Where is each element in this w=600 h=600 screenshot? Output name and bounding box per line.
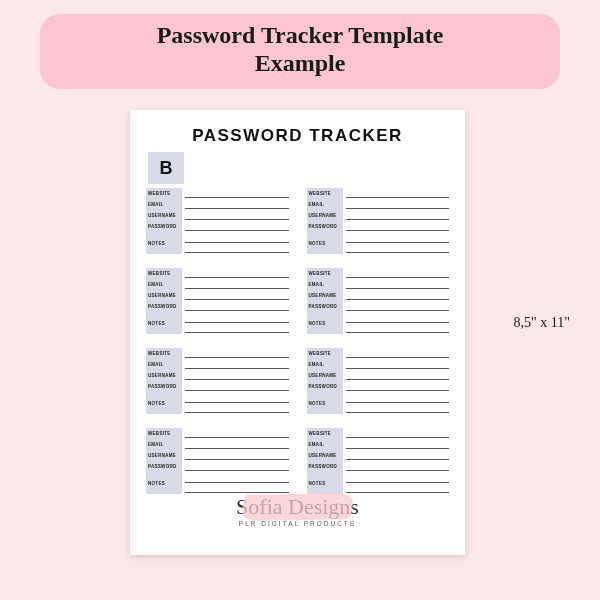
- watermark-brush: [242, 493, 352, 521]
- watermark-brand: Sofia Designs: [236, 496, 359, 518]
- entry-block: WEBSITE EMAIL USERNAME PASSWORD NOTES: [146, 348, 289, 414]
- page-heading: PASSWORD TRACKER: [146, 126, 449, 146]
- label-username: USERNAME: [146, 210, 182, 221]
- title-banner: Password Tracker Template Example: [40, 14, 560, 89]
- entry-block: WEBSITE EMAIL USERNAME PASSWORD NOTES: [307, 428, 450, 494]
- template-page: PASSWORD TRACKER B WEBSITE EMAIL USERNAM…: [130, 110, 465, 555]
- watermark: Sofia Designs PLR DIGITAL PRODUCTS: [236, 494, 359, 527]
- watermark-subtitle: PLR DIGITAL PRODUCTS: [236, 520, 359, 527]
- entry-block: WEBSITE EMAIL USERNAME PASSWORD NOTES: [146, 188, 289, 254]
- dimensions-label: 8,5" x 11": [514, 315, 570, 331]
- line-email: [185, 199, 289, 210]
- entry-block: WEBSITE EMAIL USERNAME PASSWORD NOTES: [146, 428, 289, 494]
- entry-block: WEBSITE EMAIL USERNAME PASSWORD NOTES: [307, 348, 450, 414]
- entry-block: WEBSITE EMAIL USERNAME PASSWORD NOTES: [146, 268, 289, 334]
- label-password: PASSWORD: [146, 221, 182, 232]
- title-line-2: Example: [60, 50, 540, 78]
- line-website: [185, 188, 289, 199]
- label-email: EMAIL: [146, 199, 182, 210]
- index-letter: B: [148, 152, 184, 184]
- label-notes: NOTES: [146, 232, 182, 254]
- entry-block: WEBSITE EMAIL USERNAME PASSWORD NOTES: [307, 268, 450, 334]
- entry-block: WEBSITE EMAIL USERNAME PASSWORD NOTES: [307, 188, 450, 254]
- title-line-1: Password Tracker Template: [60, 22, 540, 50]
- label-website: WEBSITE: [146, 188, 182, 199]
- line-password: [185, 221, 289, 232]
- line-notes: [185, 232, 289, 254]
- line-username: [185, 210, 289, 221]
- entries-grid: WEBSITE EMAIL USERNAME PASSWORD NOTES WE…: [146, 188, 449, 494]
